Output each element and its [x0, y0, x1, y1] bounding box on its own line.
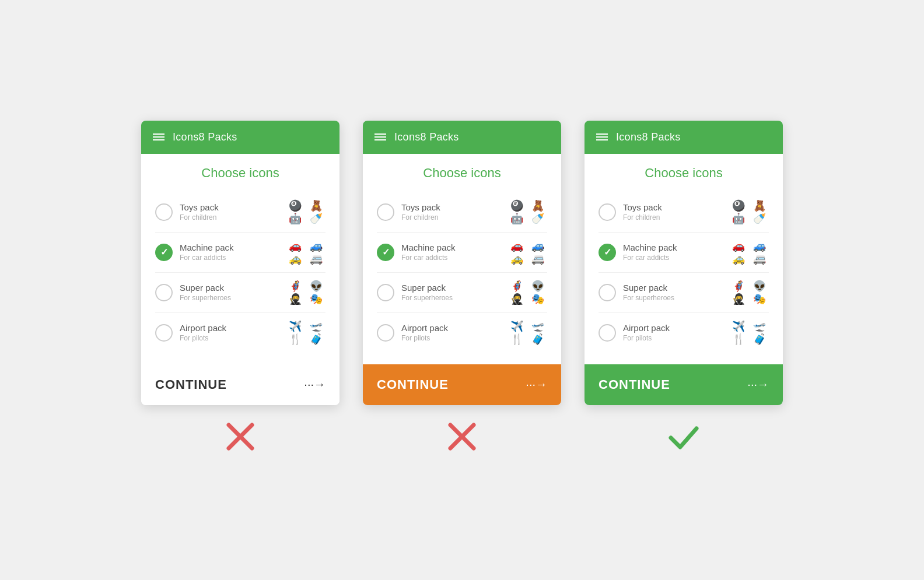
radio-button[interactable]	[155, 203, 173, 221]
pack-icon: 🛫	[528, 321, 547, 332]
pack-item[interactable]: Machine packFor car addicts🚗🚙🚕🚐	[377, 233, 547, 273]
phone-body: Choose iconsToys packFor children🎱🧸🤖🍼Mac…	[363, 154, 561, 364]
pack-info: Super packFor superheroes	[394, 283, 508, 302]
pack-icon: 🚙	[528, 241, 547, 251]
pack-icon: 🚕	[729, 254, 748, 264]
phone-wrapper-1: Icons8 PacksChoose iconsToys packFor chi…	[141, 121, 340, 460]
pack-icons-grid: 🦸👽🥷🎭	[508, 281, 547, 304]
pack-subtitle: For car addicts	[401, 254, 501, 262]
pack-item[interactable]: 🚗🚙🚕🚐Machine packFor car addicts	[598, 233, 769, 273]
pack-icon: ✈️	[286, 321, 304, 332]
pack-info: Machine packFor car addicts	[394, 242, 508, 262]
pack-icon: 🚗	[729, 241, 748, 251]
pack-info: Toys packFor children	[394, 202, 508, 222]
pack-info: Airport packFor pilots	[173, 323, 286, 342]
pack-name: Airport pack	[180, 323, 279, 333]
pack-info: Super packFor superheroes	[173, 283, 286, 302]
pack-icon: 🛫	[750, 321, 769, 332]
radio-button[interactable]	[598, 284, 616, 301]
phone-2: Icons8 PacksChoose iconsToys packFor chi…	[363, 121, 561, 405]
pack-icon: 🧳	[528, 334, 547, 345]
pack-name: Toys pack	[623, 202, 722, 212]
pack-icon: 🤖	[286, 213, 304, 224]
pack-item[interactable]: Airport packFor pilots✈️🛫🍴🧳	[155, 313, 326, 353]
phone-body: Choose icons🎱🧸🤖🍼Toys packFor children🚗🚙🚕…	[584, 154, 783, 364]
radio-button[interactable]	[598, 324, 616, 342]
pack-icon: 🧳	[307, 334, 326, 345]
pack-icon: 🦸	[508, 281, 526, 291]
hamburger-icon[interactable]	[596, 133, 608, 140]
pack-name: Airport pack	[623, 323, 722, 333]
continue-bar[interactable]: CONTINUE···→	[141, 364, 340, 405]
radio-button[interactable]	[155, 324, 173, 342]
radio-button[interactable]	[155, 244, 173, 261]
pack-icon: 🦸	[286, 281, 304, 291]
hamburger-icon[interactable]	[374, 133, 386, 140]
pack-item[interactable]: Toys packFor children🎱🧸🤖🍼	[155, 192, 326, 233]
pack-name: Toys pack	[401, 202, 501, 212]
pack-icon: 🍴	[729, 334, 748, 345]
pack-icon: 🚙	[750, 241, 769, 251]
pack-icon: 🚐	[528, 254, 547, 264]
pack-info: Airport packFor pilots	[394, 323, 508, 342]
radio-button[interactable]	[598, 203, 616, 221]
radio-button[interactable]	[598, 244, 616, 261]
radio-button[interactable]	[377, 244, 394, 261]
choose-title: Choose icons	[155, 166, 326, 181]
pack-icon: 🥷	[729, 294, 748, 304]
pack-item[interactable]: ✈️🛫🍴🧳Airport packFor pilots	[598, 313, 769, 353]
pack-icon: 🧸	[528, 201, 547, 211]
radio-button[interactable]	[155, 284, 173, 301]
pack-icon: 🍴	[508, 334, 526, 345]
pack-item[interactable]: Machine packFor car addicts🚗🚙🚕🚐	[155, 233, 326, 273]
pack-icon: 🥷	[508, 294, 526, 304]
hamburger-icon[interactable]	[153, 133, 164, 140]
phone-header-2: Icons8 Packs	[363, 121, 561, 154]
pack-icon: 🧸	[307, 201, 326, 211]
pack-subtitle: For superheroes	[401, 294, 501, 302]
pack-name: Super pack	[180, 283, 279, 293]
continue-arrow: ···→	[747, 378, 769, 391]
pack-item[interactable]: 🦸👽🥷🎭Super packFor superheroes	[598, 273, 769, 313]
pack-icons-grid: ✈️🛫🍴🧳	[286, 321, 326, 345]
pack-name: Machine pack	[180, 242, 279, 252]
phone-1: Icons8 PacksChoose iconsToys packFor chi…	[141, 121, 340, 405]
pack-icon: 🎭	[750, 294, 769, 304]
pack-icons-grid: 🚗🚙🚕🚐	[508, 241, 547, 264]
pack-subtitle: For car addicts	[180, 254, 279, 262]
pack-icon: 🚙	[307, 241, 326, 251]
radio-button[interactable]	[377, 203, 394, 221]
phone-3: Icons8 PacksChoose icons🎱🧸🤖🍼Toys packFor…	[584, 121, 783, 405]
pack-icon: 🚗	[508, 241, 526, 251]
pack-icon: 🧳	[750, 334, 769, 345]
pack-subtitle: For pilots	[180, 334, 279, 342]
pack-info: Machine packFor car addicts	[173, 242, 286, 262]
pack-name: Airport pack	[401, 323, 501, 333]
pack-icon: 🍼	[750, 213, 769, 224]
pack-item[interactable]: Toys packFor children🎱🧸🤖🍼	[377, 192, 547, 233]
phone-header-3: Icons8 Packs	[584, 121, 783, 154]
pack-name: Toys pack	[180, 202, 279, 212]
continue-arrow: ···→	[526, 378, 547, 391]
continue-bar[interactable]: CONTINUE···→	[584, 364, 783, 405]
page-container: Icons8 PacksChoose iconsToys packFor chi…	[24, 121, 900, 460]
result-icon-correct	[666, 419, 701, 460]
radio-button[interactable]	[377, 284, 394, 301]
pack-icon: 🍼	[528, 213, 547, 224]
app-title: Icons8 Packs	[173, 131, 237, 143]
continue-bar[interactable]: CONTINUE···→	[363, 364, 561, 405]
pack-icon: ✈️	[508, 321, 526, 332]
pack-item[interactable]: Super packFor superheroes🦸👽🥷🎭	[155, 273, 326, 313]
radio-button[interactable]	[377, 324, 394, 342]
pack-icon: 🚐	[307, 254, 326, 264]
phone-body: Choose iconsToys packFor children🎱🧸🤖🍼Mac…	[141, 154, 340, 364]
pack-item[interactable]: Super packFor superheroes🦸👽🥷🎭	[377, 273, 547, 313]
continue-arrow: ···→	[304, 378, 326, 391]
pack-subtitle: For pilots	[401, 334, 501, 342]
pack-item[interactable]: 🎱🧸🤖🍼Toys packFor children	[598, 192, 769, 233]
pack-item[interactable]: Airport packFor pilots✈️🛫🍴🧳	[377, 313, 547, 353]
result-icon-wrong	[223, 419, 258, 460]
pack-icon: ✈️	[729, 321, 748, 332]
pack-icons-grid: 🎱🧸🤖🍼	[729, 201, 769, 224]
pack-list: Toys packFor children🎱🧸🤖🍼Machine packFor…	[155, 192, 326, 353]
